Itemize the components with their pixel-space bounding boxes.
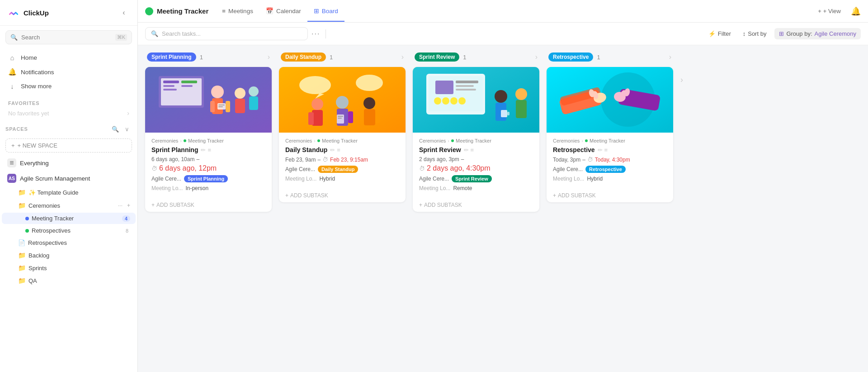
qa-folder-icon: 📁 <box>18 277 26 284</box>
breadcrumb-separator: › <box>448 138 449 143</box>
sidebar-collapse-button[interactable]: ‹ <box>118 6 130 19</box>
card-sprint-review[interactable]: Ceremonies › Meeting Tracker Sprint Revi… <box>413 67 539 212</box>
ceremonies-add-button[interactable]: + <box>125 201 132 210</box>
tab-meetings[interactable]: ≡ Meetings <box>216 1 259 22</box>
time-start: 2 days ago, 3pm <box>419 156 459 162</box>
card-sprint-planning[interactable]: Ceremonies › Meeting Tracker Sprint Plan… <box>145 67 272 212</box>
svg-rect-26 <box>308 112 314 125</box>
svg-rect-11 <box>210 101 215 112</box>
column-count-retrospective: 1 <box>597 54 600 61</box>
tag-sprint-planning[interactable]: Sprint Planning <box>184 175 228 182</box>
search-icon: 🔍 <box>151 30 158 37</box>
sidebar-item-retrospectives-list[interactable]: Retrospectives 8 <box>2 225 136 236</box>
card-tags-retrospective: Agile Cere... Retrospective <box>553 166 667 173</box>
card-illustration-sprint-planning <box>145 67 272 133</box>
column-more-button-sprint-planning[interactable]: › <box>268 53 270 61</box>
card-body-retrospective: Ceremonies › Meeting Tracker Retrospecti… <box>547 133 673 189</box>
svg-point-46 <box>458 97 466 105</box>
card-title-icons: ✏ ≡ <box>598 147 608 153</box>
tab-meetings-label: Meetings <box>228 8 253 14</box>
breadcrumb-separator: › <box>180 138 182 143</box>
card-title-row-sprint-planning: Sprint Planning ✏ ≡ <box>151 146 265 153</box>
search-input[interactable] <box>21 34 112 41</box>
sidebar-item-qa[interactable]: 📁 QA <box>2 275 136 286</box>
tab-calendar-label: Calendar <box>276 8 301 14</box>
card-meta-location-sprint-review: Meeting Lo... Remote <box>419 185 533 191</box>
breadcrumb-status-dot <box>317 139 320 142</box>
svg-rect-4 <box>163 81 179 83</box>
favorites-section-label: FAVORITES <box>0 95 137 108</box>
sidebar-item-agile-scrum[interactable]: AS Agile Scrum Management <box>2 171 136 186</box>
filter-button[interactable]: ⚡ Filter <box>705 28 735 39</box>
sort-button[interactable]: ↕ Sort by <box>739 28 770 39</box>
task-search-bar[interactable]: 🔍 Search tasks... <box>145 27 308 40</box>
sidebar-item-ceremonies[interactable]: 📁 Ceremonies ··· + <box>2 199 136 212</box>
card-title-sprint-review: Sprint Review <box>419 146 461 153</box>
toolbar-right-actions: ⚡ Filter ↕ Sort by ⊞ Group by: Agile Cer… <box>705 28 861 39</box>
tab-board[interactable]: ⊞ Board <box>307 1 344 22</box>
search-shortcut: ⌘K <box>115 34 127 41</box>
card-body-daily-standup: Ceremonies › Meeting Tracker Daily Stand… <box>279 133 406 189</box>
svg-point-30 <box>363 97 375 109</box>
time-start: 6 days ago, 10am <box>151 156 194 162</box>
add-subtask-button-daily-standup[interactable]: + ADD SUBTASK <box>279 189 406 202</box>
favorites-expand-icon[interactable]: › <box>127 110 129 117</box>
card-body-sprint-review: Ceremonies › Meeting Tracker Sprint Revi… <box>413 133 539 198</box>
svg-rect-34 <box>338 116 343 117</box>
svg-point-44 <box>442 97 449 105</box>
sidebar-item-everything[interactable]: ≡ Everything <box>2 156 136 170</box>
spaces-collapse-button[interactable]: ∨ <box>122 124 132 134</box>
column-more-button-sprint-review[interactable]: › <box>535 53 538 61</box>
ceremonies-options-button[interactable]: ··· <box>116 201 124 210</box>
retrospectives-list-dot-icon <box>25 229 29 233</box>
sidebar-item-show-more[interactable]: ↓ Show more <box>4 79 134 93</box>
time-end-retrospective: Today, 4:30pm <box>595 157 630 163</box>
toolbar-options-button[interactable]: ··· <box>311 30 320 38</box>
add-view-button[interactable]: + + View <box>813 5 845 17</box>
card-retrospective[interactable]: Ceremonies › Meeting Tracker Retrospecti… <box>547 67 673 202</box>
add-subtask-button-retrospective[interactable]: + ADD SUBTASK <box>547 189 673 202</box>
sidebar-item-sprints[interactable]: 📁 Sprints <box>2 262 136 274</box>
add-subtask-button-sprint-planning[interactable]: + ADD SUBTASK <box>145 198 272 212</box>
meta-location-label: Meeting Lo... <box>553 176 584 182</box>
tag-sprint-review[interactable]: Sprint Review <box>452 175 492 182</box>
board-icon: ⊞ <box>314 7 319 14</box>
calendar-icon: 📅 <box>266 7 274 14</box>
card-daily-standup[interactable]: Ceremonies › Meeting Tracker Daily Stand… <box>279 67 406 202</box>
notification-icon[interactable]: 🔔 <box>851 6 861 16</box>
card-title-sprint-planning: Sprint Planning <box>151 146 198 153</box>
add-subtask-button-sprint-review[interactable]: + ADD SUBTASK <box>413 198 539 212</box>
new-space-button[interactable]: + + NEW SPACE <box>5 138 132 153</box>
plus-icon: + <box>285 192 288 199</box>
tag-daily-standup[interactable]: Daily Standup <box>318 166 358 173</box>
sidebar-item-notifications[interactable]: 🔔 Notifications <box>4 65 134 79</box>
sidebar-item-template-guide[interactable]: 📁 ✨ Template Guide <box>2 186 136 198</box>
spaces-search-button[interactable]: 🔍 <box>110 124 120 134</box>
sidebar-item-retrospectives-doc[interactable]: 📄 Retrospectives <box>2 237 136 248</box>
sidebar-item-meeting-tracker[interactable]: Meeting Tracker 4 <box>2 213 136 224</box>
sidebar-item-backlog[interactable]: 📁 Backlog <box>2 249 136 261</box>
card-title-row-retrospective: Retrospective ✏ ≡ <box>553 146 667 153</box>
column-header-retrospective: Retrospective 1 › <box>547 52 673 62</box>
bell-icon: 🔔 <box>8 68 16 76</box>
svg-rect-29 <box>348 111 353 123</box>
edit-icon: ✏ <box>598 147 603 153</box>
sidebar-item-home[interactable]: ⌂ Home <box>4 51 134 65</box>
svg-rect-16 <box>249 96 258 110</box>
time-separator: – <box>461 156 464 162</box>
sidebar-search-bar[interactable]: 🔍 ⌘K <box>5 30 132 44</box>
column-more-button-daily-standup[interactable]: › <box>401 53 404 61</box>
ceremonies-actions: ··· + <box>116 201 132 210</box>
sidebar-item-retrospectives-list-label: Retrospectives <box>32 227 71 234</box>
column-header-daily-standup: Daily Standup 1 › <box>279 52 406 62</box>
svg-rect-32 <box>375 111 380 123</box>
scroll-right-indicator[interactable]: › <box>680 52 683 372</box>
tab-calendar[interactable]: 📅 Calendar <box>259 1 307 22</box>
backlog-folder-icon: 📁 <box>18 252 26 259</box>
column-more-button-retrospective[interactable]: › <box>669 53 671 61</box>
toolbar-separator <box>326 29 326 38</box>
tag-retrospective[interactable]: Retrospective <box>585 166 626 173</box>
group-by-button[interactable]: ⊞ Group by: Agile Ceremony <box>774 28 861 39</box>
svg-rect-35 <box>338 118 342 119</box>
card-time-sprint-review: 2 days ago, 3pm – <box>419 156 533 162</box>
